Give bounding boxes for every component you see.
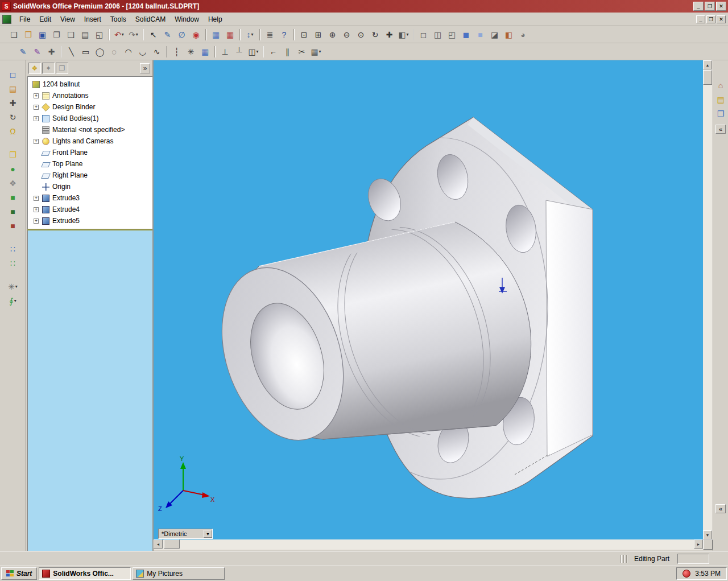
redo-button[interactable]: ↷▾	[127, 28, 140, 41]
red-cube-button[interactable]: ■	[6, 219, 19, 232]
dark-green-cube-button[interactable]: ■	[6, 205, 19, 218]
collapse-chevron-icon[interactable]: «	[715, 125, 726, 134]
new-document-button[interactable]: ❏	[7, 28, 20, 41]
chevron-down-icon[interactable]: ▼	[204, 530, 212, 538]
dimension-options-button[interactable]: ↕▾	[243, 28, 257, 41]
open-folder-button[interactable]: ❒	[22, 28, 35, 41]
close-button[interactable]: ✕	[716, 2, 726, 11]
zoom-to-fit-button[interactable]: ⊡	[297, 28, 311, 41]
featuremanager-tab[interactable]: ❖	[28, 63, 41, 74]
chevron-down-icon[interactable]: ▾	[15, 284, 18, 289]
chevron-down-icon[interactable]: ▾	[136, 32, 138, 37]
tree-item[interactable]: +Extrude5	[28, 215, 152, 226]
tree-item[interactable]: Front Plane	[28, 147, 152, 158]
select-button[interactable]: ↖	[147, 28, 160, 41]
tree-expander[interactable]: +	[34, 207, 39, 212]
menu-window[interactable]: Window	[170, 14, 204, 25]
selection-window-button[interactable]: ◻	[6, 68, 19, 81]
rotate-view-button[interactable]: ↻	[369, 28, 382, 41]
spring-button[interactable]: ∮▾	[6, 294, 19, 307]
horizontal-scroll-thumb[interactable]	[164, 539, 180, 549]
view-orientation-combo[interactable]: *Dimetric ▼	[158, 529, 213, 539]
tangent-arc-button[interactable]: ◡	[136, 45, 149, 58]
spline-button[interactable]: ∿	[150, 45, 163, 58]
close-button[interactable]: ✕	[717, 15, 726, 23]
green-sphere-button[interactable]: ●	[6, 162, 19, 175]
restore-button[interactable]: ❐	[705, 2, 715, 11]
menu-solidcam[interactable]: SolidCAM	[131, 14, 170, 25]
hidden-lines-removed-button[interactable]: ◰	[445, 28, 458, 41]
chevron-down-icon[interactable]: ▾	[319, 49, 321, 54]
menu-view[interactable]: View	[56, 14, 80, 25]
home-button[interactable]: ⌂	[714, 79, 727, 92]
clipboard-button[interactable]: ▤	[6, 82, 19, 95]
shadows-in-shaded-mode-button[interactable]: ◪	[488, 28, 501, 41]
task-button-solidworks[interactable]: SolidWorks Offic...	[39, 567, 131, 580]
move-button[interactable]: ✚	[6, 96, 19, 109]
print-button[interactable]: ▤	[78, 28, 92, 41]
add-relation-button[interactable]: ⊥	[218, 45, 231, 58]
linear-sketch-pattern-button[interactable]: ▦▾	[309, 45, 322, 58]
chevron-down-icon[interactable]: ▾	[122, 32, 124, 37]
collapse-chevron-bottom-icon[interactable]: «	[715, 504, 726, 513]
tray-app-icon[interactable]	[682, 570, 690, 578]
vertical-scrollbar[interactable]: ▲ ▼	[703, 60, 713, 539]
hidden-lines-visible-button[interactable]: ◫	[431, 28, 444, 41]
menu-edit[interactable]: Edit	[35, 14, 56, 25]
graphics-viewport[interactable]: Y X Z *Dimetric ▼	[154, 60, 703, 539]
make-drawing-from-part-button[interactable]: ❐	[50, 28, 63, 41]
edit-color-button[interactable]: ◉	[189, 28, 202, 41]
tree-item[interactable]: +Extrude3	[28, 192, 152, 204]
scroll-left-button[interactable]: ◄	[154, 539, 163, 549]
tree-item[interactable]: +Extrude4	[28, 204, 152, 215]
line-button[interactable]: ╲	[65, 45, 78, 58]
help-button[interactable]: ?	[278, 28, 291, 41]
chevron-down-icon[interactable]: ▾	[251, 32, 253, 37]
pan-button[interactable]: ✚	[383, 28, 396, 41]
tree-item[interactable]: 1204 ballnut	[28, 79, 152, 90]
chevron-down-icon[interactable]: ▾	[14, 298, 16, 303]
undo-button[interactable]: ↶▾	[113, 28, 126, 41]
display-relations-button[interactable]: ┴	[233, 45, 246, 58]
convert-entities-button[interactable]: ⌐	[267, 45, 280, 58]
task-button-pictures[interactable]: My Pictures	[133, 567, 225, 580]
scroll-up-button[interactable]: ▲	[703, 60, 712, 69]
tree-item[interactable]: +Design Binder	[28, 101, 152, 113]
edit-sheet-button[interactable]: ≣	[263, 28, 276, 41]
tree-expander[interactable]: +	[34, 196, 39, 201]
green-cube-button[interactable]: ■	[6, 191, 19, 204]
point-button[interactable]: ✳	[184, 45, 197, 58]
make-assembly-from-part-button[interactable]: ❑	[64, 28, 77, 41]
selection-filter-button[interactable]: ✳▾	[6, 280, 19, 293]
tree-item[interactable]: +Lights and Cameras	[28, 135, 152, 147]
green-dots-grid-button[interactable]: ∷	[6, 257, 19, 270]
horizontal-scrollbar[interactable]: ◄ ►	[154, 539, 703, 550]
blue-dots-grid-button[interactable]: ∷	[6, 242, 19, 256]
centerpoint-arc-button[interactable]: ◠	[122, 45, 135, 58]
minimize-button[interactable]: _	[696, 15, 705, 23]
offset-entities-button[interactable]: ∥	[281, 45, 294, 58]
tree-item[interactable]: Top Plane	[28, 158, 152, 170]
zoom-out-button[interactable]: ⊖	[340, 28, 353, 41]
tree-expander[interactable]: +	[34, 105, 39, 110]
minimize-button[interactable]: _	[693, 2, 704, 11]
tree-expander[interactable]: +	[34, 93, 39, 98]
propertymanager-tab[interactable]: ✦	[42, 63, 55, 74]
restore-button[interactable]: ❐	[706, 15, 715, 23]
tree-item[interactable]: +Solid Bodies(1)	[28, 113, 152, 124]
design-library-button[interactable]: ▤	[714, 93, 727, 106]
sketch-button[interactable]: ✎	[161, 28, 174, 41]
rotate-button[interactable]: ↻	[6, 110, 19, 123]
wireframe-button[interactable]: ◻	[417, 28, 430, 41]
yellow-folder-button[interactable]: ❒	[6, 148, 19, 161]
menu-file[interactable]: File	[15, 14, 35, 25]
tree-item[interactable]: Origin	[28, 181, 152, 192]
print-preview-button[interactable]: ◱	[93, 28, 106, 41]
shaded-with-edges-button[interactable]: ◼	[460, 28, 473, 41]
menu-insert[interactable]: Insert	[80, 14, 106, 25]
sketch-grid-button[interactable]: ▦	[198, 45, 212, 58]
bell-button[interactable]: Ω	[6, 125, 19, 138]
3d-sketch-button[interactable]: ✎	[31, 45, 44, 58]
sketch-button[interactable]: ✎	[16, 45, 30, 58]
modify-sketch-button[interactable]: ✚	[45, 45, 58, 58]
